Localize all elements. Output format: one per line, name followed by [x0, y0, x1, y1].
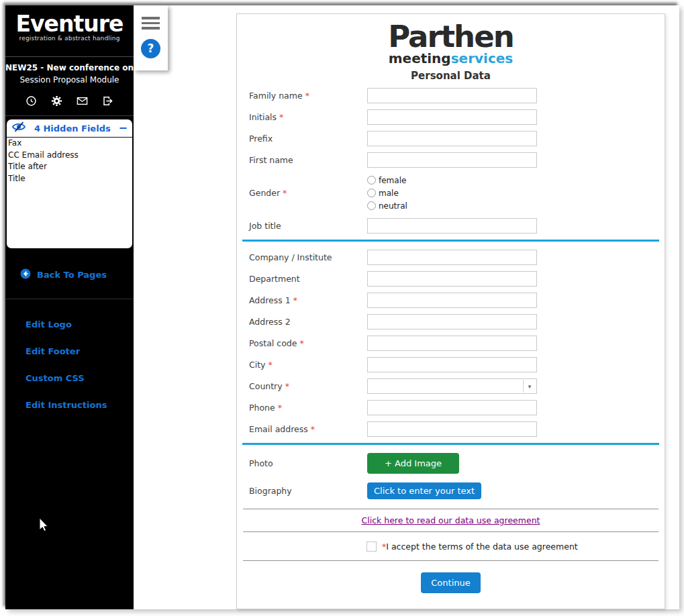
- hidden-field-item[interactable]: Fax: [7, 138, 132, 150]
- form-row-first-name: First name: [237, 152, 665, 168]
- floating-toolbar: ?: [134, 5, 168, 70]
- job-title-control: [367, 218, 537, 234]
- job-title-input[interactable]: [367, 218, 537, 234]
- city-label: City *: [249, 360, 367, 370]
- sidebar-divider: [5, 299, 134, 299]
- gender-option-female[interactable]: female: [367, 174, 407, 187]
- sidebar-link-edit-instructions[interactable]: Edit Instructions: [26, 400, 107, 410]
- back-to-pages-link[interactable]: Back To Pages: [20, 268, 107, 281]
- form-fields: Family name *Initials *PrefixFirst nameG…: [237, 88, 665, 499]
- photo-button[interactable]: + Add Image: [367, 453, 459, 474]
- gender-radio-neutral[interactable]: [367, 201, 376, 210]
- gender-radio-male[interactable]: [367, 189, 376, 197]
- conference-title: NEW25 - New conference online (...: [5, 63, 134, 72]
- required-asterisk: *: [266, 360, 273, 370]
- registration-form-card: Parthen meetingservices Personal Data Fa…: [236, 13, 665, 609]
- clock-icon[interactable]: [26, 95, 37, 107]
- sidebar-link-edit-footer[interactable]: Edit Footer: [26, 346, 80, 356]
- form-row-address-2: Address 2: [237, 314, 665, 329]
- postal-code-control: [367, 336, 537, 351]
- city-input[interactable]: [367, 357, 537, 372]
- hidden-fields-list: FaxCC Email addressTitle afterTitle: [7, 138, 132, 185]
- hidden-fields-panel: 4 Hidden Fields − FaxCC Email addressTit…: [7, 119, 132, 248]
- first-name-control: [367, 152, 537, 168]
- form-row-initials: Initials *: [237, 109, 665, 125]
- mouse-cursor: [39, 517, 49, 532]
- gender-radio-female[interactable]: [367, 176, 376, 185]
- hidden-field-item[interactable]: CC Email address: [7, 150, 132, 162]
- address-1-control: [367, 293, 537, 308]
- parthen-logo-subtitle: meetingservices: [237, 50, 665, 66]
- form-row-company-institute: Company / Institute: [237, 250, 665, 265]
- department-input[interactable]: [367, 271, 537, 287]
- form-row-address-1: Address 1 *: [237, 293, 665, 308]
- address-2-input[interactable]: [367, 314, 537, 329]
- gender-option-label: female: [379, 176, 406, 185]
- initials-control: [367, 109, 537, 125]
- logout-icon[interactable]: [102, 95, 113, 107]
- parthen-logo-title: Parthen: [237, 21, 665, 52]
- hidden-fields-title: 4 Hidden Fields: [26, 123, 119, 134]
- sidebar-link-custom-css[interactable]: Custom CSS: [26, 373, 85, 383]
- family-name-input[interactable]: [367, 88, 537, 103]
- hidden-field-item[interactable]: Title: [7, 173, 132, 185]
- family-name-label: Family name *: [249, 91, 367, 101]
- initials-input[interactable]: [367, 109, 537, 125]
- department-label: Department: [249, 274, 367, 284]
- first-name-label: First name: [249, 155, 367, 165]
- prefix-input[interactable]: [367, 131, 537, 146]
- form-row-email-address: Email address *: [237, 421, 665, 437]
- sidebar-divider: [5, 115, 134, 116]
- gender-option-male[interactable]: male: [367, 187, 407, 199]
- phone-input[interactable]: [367, 400, 537, 415]
- eventure-logo-subtitle: registration & abstract handling: [5, 35, 134, 42]
- required-asterisk: *: [291, 295, 297, 305]
- company-institute-input[interactable]: [367, 250, 537, 265]
- eventure-logo: Eventure registration & abstract handlin…: [5, 5, 134, 57]
- form-row-photo: Photo+ Add Image: [237, 453, 665, 474]
- first-name-input[interactable]: [367, 152, 537, 168]
- required-asterisk: *: [277, 112, 283, 122]
- gender-option-label: male: [379, 189, 399, 198]
- photo-label: Photo: [249, 458, 367, 468]
- gender-option-label: neutral: [379, 201, 407, 211]
- application-window: Eventure registration & abstract handlin…: [5, 5, 679, 609]
- page-title: Personal Data: [237, 70, 665, 82]
- required-asterisk: *: [297, 338, 303, 348]
- address-1-label: Address 1 *: [249, 295, 367, 305]
- accept-terms-checkbox[interactable]: [367, 542, 377, 552]
- hidden-field-item[interactable]: Title after: [7, 161, 132, 173]
- email-address-control: [367, 421, 537, 437]
- mail-icon[interactable]: [77, 95, 88, 107]
- department-control: [367, 271, 537, 287]
- address-2-label: Address 2: [249, 317, 367, 327]
- continue-button[interactable]: Continue: [421, 572, 480, 593]
- biography-label: Biography: [249, 486, 367, 496]
- biography-button[interactable]: Click to enter your text: [367, 482, 481, 499]
- required-asterisk: *: [275, 403, 282, 413]
- phone-control: [367, 400, 537, 415]
- gender-option-neutral[interactable]: neutral: [367, 199, 407, 212]
- sidebar-link-edit-logo[interactable]: Edit Logo: [26, 319, 72, 329]
- agreement-link-row: Click here to read our data use agreemen…: [237, 509, 665, 531]
- form-row-biography: BiographyClick to enter your text: [237, 482, 665, 499]
- module-title: Session Proposal Module: [5, 75, 134, 85]
- dropdown-caret-icon[interactable]: ▾: [523, 380, 536, 393]
- continue-row: Continue: [237, 561, 665, 604]
- help-icon[interactable]: ?: [141, 39, 160, 58]
- collapse-minus-icon[interactable]: −: [119, 123, 128, 134]
- prefix-label: Prefix: [249, 134, 367, 144]
- data-use-agreement-link[interactable]: Click here to read our data use agreemen…: [362, 515, 540, 525]
- postal-code-input[interactable]: [367, 336, 537, 351]
- eventure-logo-title: Eventure: [5, 11, 134, 37]
- hidden-fields-header: 4 Hidden Fields −: [7, 119, 132, 138]
- parthen-logo: Parthen meetingservices: [237, 14, 665, 66]
- address-1-input[interactable]: [367, 293, 537, 308]
- prefix-control: [367, 131, 537, 146]
- required-asterisk: *: [283, 381, 289, 391]
- biography-control: Click to enter your text: [367, 482, 481, 499]
- gear-icon[interactable]: [51, 95, 62, 107]
- hamburger-icon[interactable]: [142, 17, 160, 30]
- country-select[interactable]: ▾: [367, 378, 537, 394]
- email-address-input[interactable]: [367, 421, 537, 437]
